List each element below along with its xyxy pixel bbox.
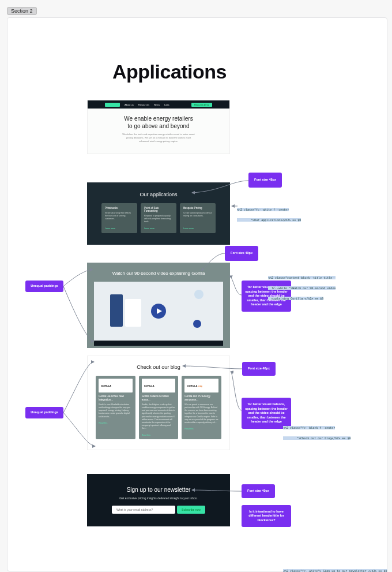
blog-link[interactable]: Read this [184,428,218,430]
applications-heading: Our applications [99,192,218,197]
nav-item[interactable]: News [154,103,160,106]
code-snippet: <h2 class="fc--black f--center ">Check o… [283,421,392,442]
app-card[interactable]: Bespoke Pricing Create tailored products… [180,203,216,233]
blog-desc: Gorilla, the Belgian scale-up that enabl… [142,403,176,431]
hero-block: About us Resources News Labs Request dem… [87,100,230,154]
video-heading: Watch our 90-second video explaining Gor… [94,271,223,276]
partner-logo: nrg [198,384,202,387]
app-link[interactable]: Learn more [183,227,212,230]
hero-nav: About us Resources News Labs Request dem… [88,100,229,109]
email-input[interactable] [112,506,175,514]
note-font-size[interactable]: Font size 40px [225,246,258,261]
app-title: Point of Sale Forecasting [144,207,173,212]
blog-thumb: GORILLA [99,379,133,392]
subscribe-button[interactable]: Subscribe now [177,506,205,514]
blog-card[interactable]: GORILLAnrg Gorilla and YU Energy announc… [182,376,221,439]
app-desc: Create tailored products without relying… [183,212,212,218]
nav-item[interactable]: Labs [164,103,169,106]
code-snippet: <h2 class="content-block--title title-- … [268,271,392,302]
play-icon[interactable] [151,304,166,319]
blog-thumb: GORILLAnrg [184,379,218,392]
hero-heading: We enable energy retailers to go above a… [122,115,195,130]
page-title: Applications [112,61,227,83]
blog-thumb: GORILLA [142,379,176,392]
blog-heading: Check out our blog [96,364,221,370]
blog-desc: Gorilla's new Bluefield calculation meth… [99,403,133,418]
blog-title: Gorilla Launches New Integration... [99,395,133,402]
note-font-size[interactable]: Font size 40px [242,484,275,498]
app-link[interactable]: Learn more [105,227,134,230]
blog-card[interactable]: GORILLA Gorilla collects 6 million euros… [139,376,179,439]
app-desc: Generate pricing that reflects the true … [105,212,134,220]
nav-item[interactable]: About us [125,103,134,106]
request-demo-button[interactable]: Request demo [191,103,212,107]
newsletter-block: Sign up to our newsletter Get exclusive … [87,474,230,526]
newsletter-sub: Get exclusive pricing insights delivered… [104,496,213,500]
nav-item[interactable]: Resources [138,103,149,106]
note-font-size[interactable]: Font size 48px [248,173,282,188]
video-controls[interactable] [94,341,223,346]
app-title: Bespoke Pricing [183,207,212,210]
code-snippet: <h2 class="fc--white"> Sign up to our ne… [283,564,392,572]
hero-sub: We deliver the tools and expertise energ… [122,133,195,143]
app-desc: Respond to proposals quickly with risk-w… [144,215,173,223]
blog-link[interactable]: Read this [142,434,176,436]
app-link[interactable]: Learn more [144,227,173,230]
newsletter-heading: Sign up to our newsletter [104,487,213,493]
blog-title: Gorilla collects 6 million euros... [142,395,176,402]
note-question[interactable]: Is it intentional to have different head… [242,505,291,527]
app-card[interactable]: Point of Sale Forecasting Respond to pro… [141,203,176,233]
design-review-canvas: Applications About us Resources News Lab… [7,17,387,571]
partner-logo: GORILLA [144,384,154,387]
blog-link[interactable]: Read this [99,422,133,424]
note-unequal-paddings[interactable]: Unequal paddings [25,407,63,418]
video-block: Watch our 90-second video explaining Gor… [87,263,230,348]
note-unequal-paddings[interactable]: Unequal paddings [25,281,63,292]
app-title: Pricebooks [105,207,134,210]
applications-block: Our applications Pricebooks Generate pri… [87,182,230,245]
video-player[interactable] [94,282,223,341]
blog-block: Check out our blog GORILLA Gorilla Launc… [87,356,230,450]
blog-card[interactable]: GORILLA Gorilla Launches New Integration… [96,376,135,439]
brand-logo [105,103,120,107]
note-font-size[interactable]: Font size 48px [242,362,276,376]
blog-title: Gorilla and YU Energy announce... [184,395,218,402]
partner-logo: GORILLA [187,384,197,387]
partner-logo: GORILLA [101,384,111,387]
section-tag: Section 2 [7,7,37,15]
blog-desc: We are proud to announce our partnership… [184,403,218,424]
app-card[interactable]: Pricebooks Generate pricing that reflect… [101,203,137,233]
code-snippet: <h2 class="fc--white f--center ">Our app… [237,203,392,223]
